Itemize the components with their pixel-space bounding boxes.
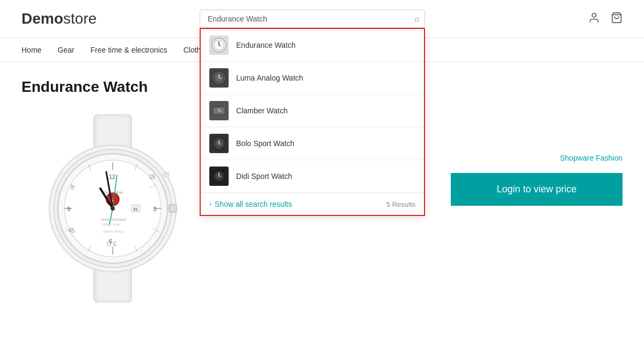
- watch-illustration: 12 3 6 9 45 15 8 S Smoothie 31: [32, 114, 193, 302]
- result-thumb-4: [209, 134, 229, 153]
- svg-text:8: 8: [71, 185, 74, 191]
- chevron-right-icon: ›: [209, 200, 211, 208]
- svg-point-58: [111, 206, 115, 211]
- result-label-5: Didi Sport Watch: [236, 172, 292, 180]
- svg-text:9: 9: [67, 206, 70, 212]
- shopware-link[interactable]: Shopware Fashion: [451, 154, 623, 162]
- result-label-4: Bolo Sport Watch: [236, 139, 294, 148]
- svg-text:31: 31: [133, 207, 138, 212]
- search-result-item[interactable]: Endurance Watch: [201, 29, 424, 62]
- show-all-results[interactable]: › Show all search results: [209, 200, 292, 208]
- search-result-item[interactable]: Didi Sport Watch: [201, 160, 424, 193]
- search-result-item[interactable]: Bolo Sport Watch: [201, 127, 424, 160]
- header: Demostore ⌕ Endurance Watch: [0, 0, 644, 38]
- search-result-item[interactable]: Clamber Watch: [201, 95, 424, 127]
- results-count: 5 Results: [386, 200, 415, 208]
- svg-text:12: 12: [109, 174, 115, 180]
- logo-regular: store: [63, 10, 97, 27]
- svg-text:OE: OE: [107, 241, 119, 247]
- svg-point-20: [592, 13, 596, 17]
- nav-item-home[interactable]: Home: [21, 46, 41, 54]
- show-all-label: Show all search results: [215, 200, 292, 208]
- svg-text:15: 15: [149, 174, 156, 180]
- svg-text:3: 3: [153, 206, 156, 212]
- nav-item-free-time[interactable]: Free time & electronics: [90, 46, 167, 54]
- svg-text:Water resistant: Water resistant: [101, 218, 126, 221]
- search-dropdown: Endurance Watch Luma Analog Watch: [200, 28, 425, 216]
- nav-item-gear[interactable]: Gear: [57, 46, 74, 54]
- result-thumb-2: [209, 68, 229, 88]
- result-label-2: Luma Analog Watch: [236, 74, 303, 82]
- result-thumb-3: [209, 101, 229, 120]
- search-button[interactable]: ⌕: [414, 14, 420, 24]
- search-result-item[interactable]: Luma Analog Watch: [201, 62, 424, 95]
- svg-rect-63: [169, 205, 177, 212]
- search-input[interactable]: [200, 10, 425, 28]
- svg-text:Smoothie: Smoothie: [105, 190, 123, 195]
- logo-bold: Demo: [21, 10, 63, 27]
- svg-rect-64: [164, 172, 169, 177]
- svg-text:SWISS MADE: SWISS MADE: [103, 230, 123, 233]
- result-thumb-5: [209, 167, 229, 186]
- product-image: 12 3 6 9 45 15 8 S Smoothie 31: [21, 106, 204, 311]
- result-label-3: Clamber Watch: [236, 106, 288, 115]
- cart-icon[interactable]: [611, 12, 623, 26]
- result-label-1: Endurance Watch: [236, 41, 296, 49]
- result-thumb-1: [209, 35, 229, 55]
- site-logo[interactable]: Demostore: [21, 10, 97, 27]
- header-icons: [588, 12, 623, 26]
- right-panel: Shopware Fashion Login to view price: [451, 78, 623, 311]
- user-icon[interactable]: [588, 12, 600, 26]
- login-to-view-price-button[interactable]: Login to view price: [451, 173, 623, 206]
- dropdown-footer: › Show all search results 5 Results: [201, 193, 424, 215]
- search-icon: ⌕: [414, 14, 420, 23]
- svg-text:100m / 300ft: 100m / 300ft: [102, 223, 120, 226]
- search-wrapper: ⌕ Endurance Watch: [200, 10, 425, 28]
- svg-text:45: 45: [69, 228, 75, 234]
